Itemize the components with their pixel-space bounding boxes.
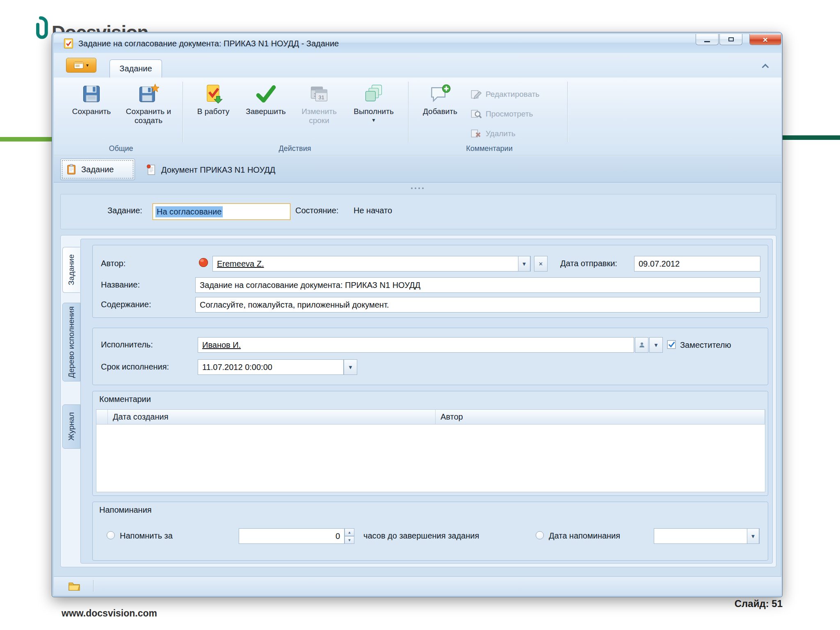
titlebar[interactable]: Задание на согласование документа: ПРИКА… <box>54 34 781 53</box>
tab-task-label: Задание <box>81 165 114 174</box>
tab-document-label: Документ ПРИКАЗ N1 НОУДД <box>161 165 275 175</box>
author-label: Автор: <box>101 259 126 268</box>
remind-date-dropdown-button[interactable]: ▼ <box>747 528 759 544</box>
deputy-checkbox[interactable] <box>667 340 676 349</box>
side-tab-journal[interactable]: Журнал <box>62 404 80 449</box>
content-field[interactable]: Согласуйте, пожалуйста, приложенный доку… <box>195 297 760 313</box>
to-work-button[interactable]: В работу <box>189 81 238 143</box>
remind-date-label: Дата напоминания <box>549 531 620 541</box>
ribbon-group-comments-label: Комментарии <box>448 144 530 153</box>
ribbon-tab-label: Задание <box>119 64 152 73</box>
execute-button[interactable]: Выполнить ▼ <box>349 81 398 143</box>
task-header-panel: Задание: На согласование Состояние: Не н… <box>60 194 776 229</box>
minimize-button[interactable] <box>696 34 719 45</box>
svg-text:31: 31 <box>318 94 324 100</box>
docsvision-logo-icon <box>31 16 50 41</box>
tab-document[interactable]: Документ ПРИКАЗ N1 НОУДД <box>142 160 279 179</box>
save-and-create-button[interactable]: Сохранить и создать <box>124 81 173 143</box>
splitter-dots-icon <box>415 187 416 189</box>
comments-column-author-label: Автор <box>441 412 463 422</box>
close-icon: × <box>763 35 768 44</box>
reminders-group-label: Напоминания <box>99 505 152 515</box>
select-employee-button[interactable] <box>635 337 648 353</box>
content-value: Согласуйте, пожалуйста, приложенный доку… <box>200 300 389 310</box>
task-body: Задание Дерево исполнения Журнал Автор: … <box>60 235 776 567</box>
ribbon-collapse-button[interactable] <box>759 61 772 71</box>
author-combobox[interactable]: Eremeeva Z. ▼ <box>212 256 531 272</box>
clipboard-icon <box>66 164 77 175</box>
comments-column-date[interactable]: Дата создания <box>108 410 436 425</box>
close-button[interactable]: × <box>749 34 781 45</box>
remind-before-label: Напомнить за <box>120 531 173 541</box>
comments-column-date-label: Дата создания <box>113 412 169 422</box>
finish-button[interactable]: Завершить <box>241 81 290 143</box>
sent-date-field[interactable]: 09.07.2012 <box>634 256 760 272</box>
change-dates-label: Изменить сроки <box>294 107 344 126</box>
due-dropdown-button[interactable]: ▼ <box>344 359 357 375</box>
side-tab-task[interactable]: Задание <box>62 247 80 293</box>
folder-icon <box>68 581 81 591</box>
ribbon-group-separator <box>408 82 409 142</box>
due-field[interactable]: 11.07.2012 0:00:00 <box>198 359 344 375</box>
edit-pencil-icon <box>470 89 482 100</box>
to-work-icon <box>203 83 224 105</box>
side-tab-execution-tree-label: Дерево исполнения <box>67 306 76 378</box>
author-value: Eremeeva Z. <box>217 259 264 269</box>
due-label: Срок исполнения: <box>101 362 169 372</box>
task-window: Задание на согласование документа: ПРИКА… <box>52 32 783 597</box>
ribbon-group-separator <box>567 82 568 142</box>
remind-hours-input[interactable]: 0 <box>239 528 345 544</box>
splitter-dots-icon <box>422 187 424 189</box>
splitter-handle[interactable] <box>52 184 782 192</box>
document-tab-strip: Задание Документ ПРИКАЗ N1 НОУДД <box>54 155 781 183</box>
executor-label: Исполнитель: <box>101 340 153 349</box>
side-tab-execution-tree[interactable]: Дерево исполнения <box>62 303 80 381</box>
name-field[interactable]: Задание на согласование документа: ПРИКА… <box>195 277 760 293</box>
author-clear-button[interactable]: ✕ <box>534 256 548 272</box>
executor-dropdown-button[interactable]: ▼ <box>649 337 663 353</box>
save-button[interactable]: Сохранить <box>67 81 116 143</box>
minimize-icon <box>704 41 710 42</box>
executor-field[interactable]: Иванов И. <box>198 337 634 353</box>
comments-column-author[interactable]: Автор <box>436 410 765 425</box>
comments-group: Комментарии Дата создания Автор <box>92 391 768 496</box>
ribbon-tab-task[interactable]: Задание <box>110 59 162 78</box>
tab-task[interactable]: Задание <box>60 159 135 180</box>
app-menu-icon <box>74 62 84 69</box>
author-group: Автор: Eremeeva Z. ▼ ✕ Дата отправки: 09… <box>92 245 768 318</box>
add-comment-label: Добавить <box>423 107 457 116</box>
remind-date-radio[interactable] <box>536 531 544 539</box>
remind-hours-stepper[interactable]: ▲ ▼ <box>345 528 354 544</box>
view-comment-label: Просмотреть <box>486 110 533 119</box>
state-value: Не начато <box>354 206 392 215</box>
maximize-icon <box>728 37 734 41</box>
slide-number: Слайд: 51 <box>735 598 783 609</box>
delete-comment-button: Удалить <box>470 125 573 142</box>
chevron-up-icon <box>762 64 769 71</box>
add-comment-button[interactable]: Добавить <box>415 81 465 143</box>
slide-accent-bar-right <box>783 135 840 140</box>
save-and-create-icon <box>138 83 159 105</box>
task-document-icon <box>63 38 74 49</box>
task-name-label: Задание: <box>107 206 142 215</box>
view-comment-button: Просмотреть <box>470 105 573 123</box>
stepper-up-icon[interactable]: ▲ <box>345 528 354 536</box>
open-folder-button[interactable] <box>66 580 82 593</box>
remind-before-radio[interactable] <box>107 531 115 539</box>
maximize-button[interactable] <box>719 34 742 45</box>
change-dates-button: 30 31 Изменить сроки <box>294 81 344 143</box>
remind-date-combobox[interactable]: ▼ <box>654 528 760 544</box>
side-tab-task-label: Задание <box>67 254 76 285</box>
ribbon-group-common-label: Общие <box>80 144 162 153</box>
stepper-down-icon[interactable]: ▼ <box>345 536 354 544</box>
application-menu-button[interactable]: ▾ <box>66 58 96 73</box>
deputy-label: Заместителю <box>680 340 731 350</box>
author-dropdown-button[interactable]: ▼ <box>518 256 530 272</box>
comments-table[interactable]: Дата создания Автор <box>96 409 765 492</box>
save-label: Сохранить <box>72 107 111 116</box>
state-label: Состояние: <box>295 206 338 215</box>
task-name-input[interactable]: На согласование <box>153 203 290 220</box>
task-name-selected-text: На согласование <box>155 206 223 217</box>
document-icon <box>146 164 157 176</box>
splitter-dots-icon <box>418 187 420 189</box>
